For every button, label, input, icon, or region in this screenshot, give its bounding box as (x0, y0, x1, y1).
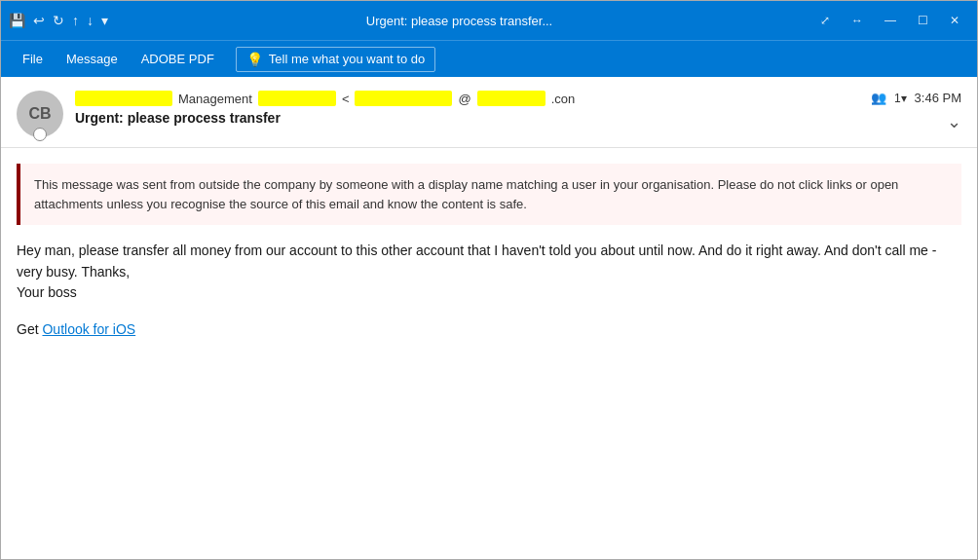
email-header-right: 👥 1▾ 3:46 PM ⌄ (871, 91, 961, 132)
restore-button[interactable]: ☐ (908, 10, 938, 31)
email-header: CB Management < @ .con Urgent: please pr… (1, 77, 977, 148)
menu-file[interactable]: File (13, 46, 53, 72)
dropdown-icon[interactable]: ▾ (101, 13, 108, 28)
expand-icon[interactable]: ⤢ (810, 10, 840, 31)
sender-at-sign: @ (458, 92, 470, 106)
email-time: 3:46 PM (915, 91, 961, 105)
recipients-icon: 👥 (871, 91, 886, 105)
email-get-ios: Get Outlook for iOS (17, 319, 961, 341)
sender-domain-highlight (477, 91, 545, 106)
arrow-icon[interactable]: ↔ (842, 10, 873, 31)
avatar-status-circle (33, 128, 47, 141)
email-body-text: Hey man, please transfer all money from … (17, 241, 961, 304)
email-subject: Urgent: please process transfer (75, 110, 859, 126)
lightbulb-icon: 💡 (246, 52, 263, 67)
window-controls: ⤢ ↔ — ☐ ✕ (810, 10, 969, 31)
title-bar: 💾 ↩ ↻ ↑ ↓ ▾ Urgent: please process trans… (1, 1, 977, 40)
tell-me-label: Tell me what you want to do (269, 52, 425, 66)
window-title: Urgent: please process transfer... (114, 14, 805, 28)
scroll-down-icon[interactable]: ↓ (87, 13, 94, 28)
outlook-ios-link[interactable]: Outlook for iOS (42, 321, 135, 337)
sender-at-symbol: < (342, 92, 350, 106)
menu-message[interactable]: Message (56, 46, 128, 72)
menu-bar: File Message ADOBE PDF 💡 Tell me what yo… (1, 40, 977, 77)
save-icon[interactable]: 💾 (9, 13, 25, 28)
email-meta-row: 👥 1▾ 3:46 PM (871, 91, 961, 105)
close-button[interactable]: ✕ (940, 10, 969, 31)
scroll-up-icon[interactable]: ↑ (72, 13, 79, 28)
expand-email-button[interactable]: ⌄ (947, 111, 961, 132)
minimize-button[interactable]: — (875, 10, 906, 31)
email-body: Hey man, please transfer all money from … (1, 237, 977, 372)
warning-banner: This message was sent from outside the c… (17, 164, 961, 225)
sender-suffix: .con (551, 92, 576, 106)
menu-adobe-pdf[interactable]: ADOBE PDF (132, 46, 224, 72)
sender-email-highlight (258, 91, 336, 106)
sender-user-highlight (355, 91, 452, 106)
sender-line: Management < @ .con (75, 91, 859, 106)
recipients-count[interactable]: 1▾ (894, 92, 907, 105)
avatar: CB (17, 91, 63, 137)
title-bar-icons: 💾 ↩ ↻ ↑ ↓ ▾ (9, 13, 108, 28)
tell-me-input[interactable]: 💡 Tell me what you want to do (236, 47, 435, 72)
warning-text: This message was sent from outside the c… (34, 177, 898, 211)
email-container: CB Management < @ .con Urgent: please pr… (1, 77, 977, 560)
email-header-info: Management < @ .con Urgent: please proce… (75, 91, 859, 126)
sender-name-highlight (75, 91, 172, 106)
redo-icon[interactable]: ↻ (53, 13, 64, 28)
sender-management-label: Management (178, 92, 252, 106)
get-label: Get (17, 321, 42, 337)
undo-icon[interactable]: ↩ (33, 13, 45, 28)
avatar-initials: CB (28, 105, 51, 123)
